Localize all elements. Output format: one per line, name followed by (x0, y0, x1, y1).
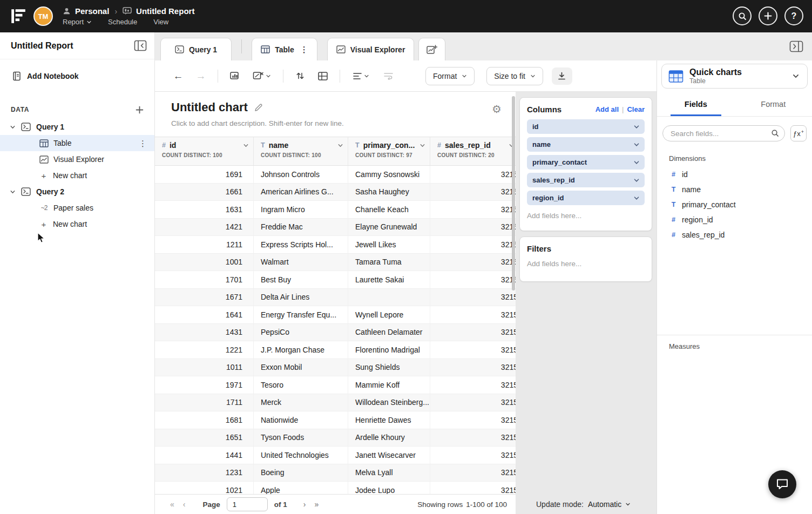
table-cell[interactable]: 3215 (430, 236, 516, 253)
table-cell[interactable]: 3215 (430, 271, 516, 288)
table-row[interactable]: 1711MerckWillodean Steinberg...3215 (155, 394, 516, 412)
menu-schedule[interactable]: Schedule (108, 18, 137, 26)
table-row[interactable]: 1671Delta Air Lines3215 (155, 289, 516, 307)
kebab-menu-icon[interactable]: ⋮ (300, 45, 308, 53)
table-cell[interactable]: 1691 (155, 166, 254, 183)
table-cell[interactable]: 1671 (155, 289, 254, 306)
table-cell[interactable]: 3215 (430, 464, 516, 482)
table-row[interactable]: 1971TesoroMammie Koff3215 (155, 376, 516, 394)
table-cell[interactable]: Delta Air Lines (254, 289, 348, 306)
dimension-item[interactable]: Tprimary_contact (657, 197, 812, 212)
column-header-id[interactable]: #id COUNT DISTINCT: 100 (155, 137, 254, 165)
tab-fields[interactable]: Fields (657, 99, 735, 116)
table-cell[interactable]: 3215 (430, 184, 516, 201)
table-cell[interactable]: 3215 (430, 482, 516, 494)
page-number-input[interactable] (227, 497, 268, 511)
column-header-primary-contact[interactable]: Tprimary_con... COUNT DISTINCT: 97 (348, 137, 430, 165)
dimension-item[interactable]: #sales_rep_id (657, 227, 812, 242)
add-notebook-button[interactable]: Add Notebook (0, 68, 154, 84)
table-cell[interactable]: 1001 (155, 254, 254, 271)
table-row[interactable]: 1691Johnson ControlsCammy Sosnowski3215 (155, 166, 516, 184)
chart-settings-gear-icon[interactable]: ⚙ (492, 103, 502, 116)
table-cell[interactable]: 1211 (155, 236, 254, 253)
table-cell[interactable]: 1681 (155, 411, 254, 429)
table-cell[interactable]: 1421 (155, 219, 254, 236)
chevron-down-icon[interactable] (633, 141, 640, 148)
chevron-down-icon[interactable] (633, 124, 640, 130)
text-align-dropdown[interactable] (348, 67, 375, 85)
table-cell[interactable]: United Technologies (254, 447, 348, 464)
table-cell[interactable]: Henriette Dawes (348, 411, 430, 429)
duplicate-chart-button[interactable] (226, 67, 244, 85)
table-cell[interactable]: Express Scripts Hol... (254, 236, 348, 253)
columns-drop-placeholder[interactable]: Add fields here... (527, 212, 645, 220)
table-cell[interactable]: Cathleen Delamater (348, 324, 430, 341)
add-button[interactable] (759, 6, 777, 25)
tab-visual-explorer[interactable]: Visual Explorer (327, 38, 415, 60)
chevron-down-icon[interactable] (633, 177, 640, 184)
tree-item-new-chart-2[interactable]: + New chart (0, 216, 154, 232)
table-row[interactable]: 1681NationwideHenriette Dawes3215 (155, 411, 516, 429)
table-cell[interactable]: Willodean Steinberg... (348, 394, 430, 411)
column-header-name[interactable]: Tname COUNT DISTINCT: 100 (254, 137, 348, 165)
table-cell[interactable]: 1651 (155, 429, 254, 447)
table-cell[interactable]: Jodee Lupo (348, 482, 430, 494)
table-cell[interactable]: J.P. Morgan Chase (254, 341, 348, 359)
table-cell[interactable]: Tesoro (254, 376, 348, 394)
table-row[interactable]: 1421Freddie MacElayne Grunewald3215 (155, 219, 516, 236)
tree-item-query2[interactable]: Query 2 (0, 184, 154, 200)
table-row[interactable]: 1641Energy Transfer Equ...Wynell Lepore3… (155, 306, 516, 324)
table-cell[interactable]: 3215 (430, 376, 516, 394)
table-cell[interactable]: 3215 (430, 429, 516, 447)
vertical-scrollbar[interactable] (512, 96, 515, 290)
tab-table[interactable]: Table ⋮ (252, 38, 317, 60)
table-cell[interactable]: 3215 (430, 394, 516, 411)
update-mode-dropdown[interactable]: Automatic (588, 500, 631, 509)
table-cell[interactable]: 1631 (155, 201, 254, 218)
workspace-name[interactable]: Personal (75, 6, 109, 16)
tree-item-visual-explorer[interactable]: Visual Explorer (0, 151, 154, 167)
add-all-link[interactable]: Add all (596, 105, 619, 113)
edit-pencil-icon[interactable] (254, 103, 263, 112)
format-button[interactable]: Format (425, 67, 475, 85)
redo-button[interactable]: → (192, 67, 210, 85)
table-cell[interactable]: Cammy Sosnowski (348, 166, 430, 183)
table-cell[interactable]: Exxon Mobil (254, 359, 348, 376)
table-cell[interactable]: Apple (254, 482, 348, 494)
clear-link[interactable]: Clear (627, 105, 645, 113)
table-cell[interactable]: 1971 (155, 376, 254, 394)
menu-report[interactable]: Report (63, 18, 92, 26)
table-cell[interactable]: 1021 (155, 482, 254, 494)
table-row[interactable]: 1221J.P. Morgan ChaseFlorentino Madrigal… (155, 341, 516, 359)
dimension-item[interactable]: #id (657, 167, 812, 182)
column-pill[interactable]: sales_rep_id (527, 173, 645, 187)
table-cell[interactable]: Wynell Lepore (348, 306, 430, 323)
table-cell[interactable]: 3215 (430, 166, 516, 183)
last-page-button[interactable]: » (313, 500, 320, 509)
table-cell[interactable]: 3215 (430, 289, 516, 306)
table-row[interactable]: 1231BoeingMelva Lyall3215 (155, 464, 516, 482)
table-cell[interactable]: 3215 (430, 306, 516, 323)
tree-item-table[interactable]: Table ⋮ (0, 135, 154, 151)
table-cell[interactable]: 3215 (430, 447, 516, 464)
avatar[interactable]: TM (33, 6, 53, 26)
table-cell[interactable]: 3215 (430, 219, 516, 236)
table-cell[interactable]: American Airlines G... (254, 184, 348, 201)
app-logo[interactable] (10, 8, 27, 25)
table-row[interactable]: 1011Exxon MobilSung Shields3215 (155, 359, 516, 377)
table-cell[interactable]: Janett Wisecarver (348, 447, 430, 464)
table-row[interactable]: 1001WalmartTamara Tuma3215 (155, 254, 516, 272)
table-cell[interactable]: Melva Lyall (348, 464, 430, 482)
search-fields-input[interactable] (662, 125, 785, 141)
tree-item-query1[interactable]: Query 1 (0, 119, 154, 135)
table-row[interactable]: 1631Ingram MicroChanelle Keach3215 (155, 201, 516, 219)
table-cell[interactable]: Tyson Foods (254, 429, 348, 447)
new-chart-tab-button[interactable] (418, 38, 445, 60)
column-pill[interactable]: name (527, 137, 645, 152)
report-title[interactable]: Untitled Report (136, 6, 194, 16)
add-calculated-field-button[interactable]: ƒx+ (790, 125, 807, 141)
size-to-fit-button[interactable]: Size to fit (486, 67, 543, 85)
chevron-down-icon[interactable] (10, 124, 16, 130)
table-cell[interactable]: Energy Transfer Equ... (254, 306, 348, 323)
table-cell[interactable]: 3215 (430, 324, 516, 341)
